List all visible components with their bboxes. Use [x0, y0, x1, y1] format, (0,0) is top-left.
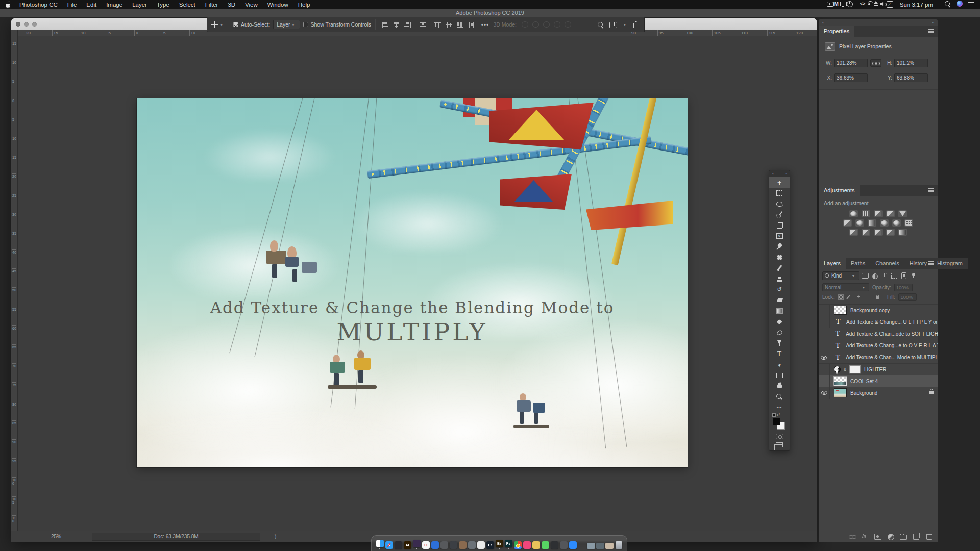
- visibility-toggle[interactable]: [819, 305, 830, 316]
- dock-illustrator[interactable]: Ai: [403, 541, 412, 549]
- layer-row[interactable]: Add Texture & Chan...ode to SOFT LIGHT: [819, 328, 938, 340]
- brush-tool[interactable]: [769, 263, 790, 273]
- filter-pixel-layers-icon[interactable]: [862, 272, 869, 279]
- dock-gear-app[interactable]: [559, 541, 568, 549]
- share-icon[interactable]: [633, 21, 640, 28]
- edit-toolbar[interactable]: [769, 402, 790, 413]
- levels-icon[interactable]: [862, 210, 870, 217]
- layer-thumbnail[interactable]: [833, 353, 842, 362]
- layer-thumbnail[interactable]: [834, 317, 843, 327]
- layer-name[interactable]: Add Texture & Chan...ode to SOFT LIGHT: [846, 331, 938, 337]
- panel-menu-icon[interactable]: [928, 261, 934, 265]
- opacity-field[interactable]: 100%: [894, 284, 913, 291]
- align-left-icon[interactable]: [382, 22, 388, 28]
- layer-row[interactable]: 8 LIGHTER: [819, 364, 938, 375]
- menu-item[interactable]: Layer: [132, 2, 147, 8]
- layer-name[interactable]: Add Texture & Chang...e to O V E R L A Y: [846, 343, 938, 348]
- filter-kind-dropdown[interactable]: Kind ▾: [822, 271, 859, 280]
- dock-music[interactable]: [522, 541, 531, 549]
- tool-preset-chevron-icon[interactable]: ▾: [220, 22, 223, 27]
- add-mask-icon[interactable]: [874, 533, 881, 540]
- doc-size-field[interactable]: Doc: 63.3M/235.8M: [92, 533, 260, 541]
- layer-name[interactable]: Background copy: [850, 308, 890, 313]
- dock-document[interactable]: [476, 541, 485, 549]
- tab-adjustments[interactable]: Adjustments: [819, 185, 860, 196]
- dock-photos-app[interactable]: [412, 540, 421, 549]
- dock-folder-brown[interactable]: [458, 541, 467, 549]
- dock-photoshop[interactable]: Ps: [504, 540, 513, 549]
- dock-blue-sphere[interactable]: [430, 541, 439, 549]
- visibility-toggle[interactable]: [819, 316, 830, 328]
- dock-folder-yellow[interactable]: [531, 541, 541, 549]
- panel-tab[interactable]: Histogram: [932, 258, 968, 269]
- fill-field[interactable]: 100%: [898, 293, 917, 301]
- panel-menu-icon[interactable]: [928, 29, 934, 33]
- distribute-top-icon[interactable]: [434, 22, 441, 28]
- time-machine-icon[interactable]: [847, 1, 853, 7]
- workspace-icon[interactable]: [609, 21, 617, 28]
- show-transform-checkbox[interactable]: [303, 22, 308, 27]
- layer-mask-thumbnail[interactable]: [849, 365, 861, 373]
- volume-icon[interactable]: [880, 1, 887, 7]
- dock-camera-app[interactable]: [449, 541, 458, 549]
- invert-icon[interactable]: [849, 229, 858, 236]
- visibility-toggle[interactable]: [819, 328, 829, 339]
- lasso-tool[interactable]: [769, 198, 790, 209]
- type-tool[interactable]: [769, 348, 790, 359]
- layer-row[interactable]: Background copy: [819, 305, 938, 316]
- lock-all-icon[interactable]: [875, 294, 880, 300]
- malwarebytes-icon[interactable]: [834, 1, 840, 7]
- code-brackets-icon[interactable]: [860, 1, 867, 7]
- history-brush-tool[interactable]: [769, 284, 790, 295]
- close-window-button[interactable]: [16, 22, 20, 27]
- frame-tool[interactable]: [769, 231, 790, 241]
- layer-row[interactable]: Background: [819, 387, 938, 399]
- dock-window-thumb-1[interactable]: [586, 543, 596, 549]
- dock-dark-square[interactable]: [550, 541, 559, 549]
- dock-trash[interactable]: [614, 541, 623, 549]
- align-top-icon[interactable]: [420, 22, 426, 28]
- layer-name[interactable]: COOL Set 4: [850, 379, 878, 384]
- zoom-tool[interactable]: [769, 391, 790, 402]
- notification-list-icon[interactable]: [968, 1, 975, 7]
- layer-thumbnail[interactable]: [833, 341, 842, 350]
- black-white-icon[interactable]: [868, 219, 876, 227]
- menu-item[interactable]: Image: [106, 2, 122, 8]
- lock-transparency-icon[interactable]: [838, 294, 844, 300]
- layer-row[interactable]: Add Texture & Chang...e to O V E R L A Y: [819, 340, 938, 352]
- eject-icon[interactable]: [873, 1, 880, 7]
- layer-name[interactable]: Background: [850, 390, 877, 396]
- menu-item[interactable]: Photoshop CC: [19, 2, 58, 8]
- dock-bridge[interactable]: Br: [495, 540, 504, 549]
- dock-window-thumb-2[interactable]: [596, 543, 605, 549]
- gradient-tool[interactable]: [769, 306, 790, 316]
- apple-menu-icon[interactable]: [5, 1, 12, 8]
- search-icon[interactable]: [597, 21, 604, 28]
- threshold-icon[interactable]: [874, 229, 883, 236]
- dock-zoom[interactable]: [568, 541, 577, 549]
- visibility-toggle[interactable]: [819, 352, 829, 363]
- wifi-icon[interactable]: [867, 1, 873, 7]
- tab-properties[interactable]: Properties: [819, 26, 854, 37]
- new-layer-icon[interactable]: [913, 533, 920, 540]
- crosshair-icon[interactable]: [853, 1, 860, 7]
- pen-tool[interactable]: [769, 338, 790, 348]
- menu-item[interactable]: Type: [157, 2, 169, 8]
- zoom-window-button[interactable]: [32, 22, 37, 27]
- dock-lightroom[interactable]: Lr: [485, 541, 495, 549]
- panel-tab[interactable]: Layers: [819, 258, 846, 269]
- status-chevron[interactable]: ): [275, 534, 276, 539]
- layer-row[interactable]: Add Texture & Chan... Mode to MULTIPLY: [819, 352, 938, 364]
- auto-select-checkbox[interactable]: [233, 22, 238, 27]
- canvas-image[interactable]: Add Texture & Change the Blending Mode t…: [137, 98, 688, 467]
- foreground-color-swatch[interactable]: [773, 418, 780, 425]
- distribute-middle-icon[interactable]: [446, 22, 452, 28]
- dock-messages[interactable]: [541, 541, 550, 549]
- close-icon[interactable]: ×: [772, 171, 774, 176]
- brightness-contrast-icon[interactable]: [849, 210, 858, 217]
- screen-mode-button[interactable]: [776, 442, 783, 447]
- screen-record-icon[interactable]: [827, 1, 834, 7]
- close-icon[interactable]: ×: [822, 20, 824, 25]
- menu-item[interactable]: Select: [179, 2, 195, 8]
- menu-item[interactable]: Window: [267, 2, 288, 8]
